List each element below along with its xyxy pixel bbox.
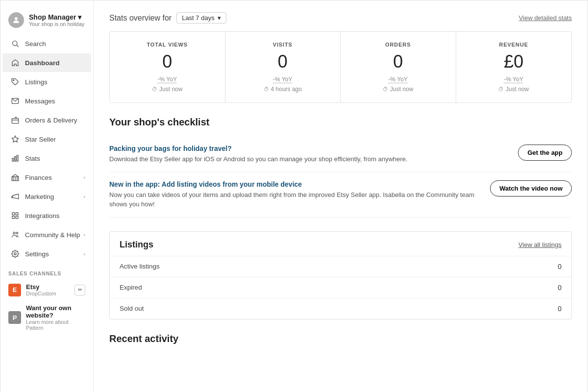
sidebar-item-integrations[interactable]: Integrations	[2, 206, 91, 225]
svg-rect-17	[16, 216, 18, 219]
stat-card-revenue: REVENUE £0 -% YoY ⏱ Just now	[456, 32, 572, 102]
sidebar-item-marketing[interactable]: Marketing ›	[2, 187, 91, 206]
checklist-title: Your shop's checklist	[109, 117, 572, 128]
svg-rect-16	[12, 216, 15, 219]
sidebar-item-listings[interactable]: Listings	[2, 73, 91, 91]
etsy-edit-button[interactable]: ✏	[74, 285, 85, 295]
svg-point-1	[13, 41, 17, 46]
tag-icon	[10, 77, 20, 87]
sidebar-item-stats[interactable]: Stats	[2, 149, 91, 168]
stat-time-revenue: ⏱ Just now	[464, 86, 564, 93]
sidebar-item-dashboard[interactable]: Dashboard	[2, 53, 91, 72]
get-app-button[interactable]: Get the app	[518, 145, 572, 161]
stat-time-orders: ⏱ Just now	[348, 86, 448, 93]
shop-manager-title: Shop Manager ▾	[29, 13, 84, 21]
listings-header: Listings View all listings	[110, 232, 571, 256]
sidebar-navigation: Search Dashboard Listings	[0, 34, 93, 263]
stat-card-visits: VISITS 0 -% YoY ⏱ 4 hours ago	[225, 32, 341, 102]
sidebar-item-messages[interactable]: Messages	[2, 92, 91, 110]
svg-rect-9	[17, 155, 18, 161]
chevron-right-icon: ›	[83, 232, 85, 238]
listing-row-expired: Expired 0	[110, 277, 571, 298]
svg-point-19	[16, 232, 18, 234]
sidebar: Shop Manager ▾ Your shop is on holiday S…	[0, 0, 94, 392]
shop-status: Your shop is on holiday	[29, 21, 84, 27]
bar-chart-icon	[10, 153, 20, 163]
pattern-channel-text: Want your own website? Learn more about …	[26, 304, 85, 331]
shop-manager-header[interactable]: Shop Manager ▾ Your shop is on holiday	[0, 8, 93, 34]
stat-time-total-views: ⏱ Just now	[118, 86, 217, 93]
listings-section: Listings View all listings Active listin…	[109, 231, 572, 319]
checklist-item-watch-video: New in the app: Add listing videos from …	[109, 172, 572, 218]
recent-activity-title: Recent activity	[109, 333, 572, 344]
clock-icon: ⏱	[383, 86, 388, 92]
checklist-item-get-app: Packing your bags for holiday travel? Do…	[109, 137, 572, 172]
pattern-channel[interactable]: P Want your own website? Learn more abou…	[0, 300, 93, 335]
listing-row-sold-out: Sold out 0	[110, 298, 571, 319]
svg-point-18	[13, 232, 15, 234]
svg-point-3	[13, 80, 14, 81]
gear-icon	[10, 249, 20, 259]
stats-grid: TOTAL VIEWS 0 -% YoY ⏱ Just now VISITS 0…	[109, 31, 572, 103]
shop-avatar	[8, 12, 24, 28]
box-icon	[10, 115, 20, 125]
star-icon	[10, 134, 20, 144]
etsy-channel-text: Etsy DropCustom	[26, 283, 74, 296]
pattern-icon: P	[8, 311, 21, 324]
view-all-listings-link[interactable]: View all listings	[518, 241, 562, 248]
stats-period-dropdown[interactable]: Last 7 days ▾	[176, 12, 226, 24]
clock-icon: ⏱	[498, 86, 504, 92]
stat-card-total-views: TOTAL VIEWS 0 -% YoY ⏱ Just now	[110, 32, 225, 102]
grid-icon	[10, 211, 20, 220]
sidebar-item-finances[interactable]: Finances ›	[2, 168, 91, 187]
stats-overview-header: Stats overview for Last 7 days ▾ View de…	[109, 12, 572, 24]
svg-rect-8	[15, 157, 16, 161]
sidebar-item-orders[interactable]: Orders & Delivery	[2, 111, 91, 129]
chevron-right-icon: ›	[83, 251, 85, 257]
listings-title: Listings	[120, 240, 153, 250]
svg-point-0	[15, 17, 18, 20]
etsy-icon: E	[8, 284, 21, 296]
svg-line-2	[17, 45, 19, 47]
listing-row-active: Active listings 0	[110, 256, 571, 277]
view-detailed-stats-link[interactable]: View detailed stats	[519, 14, 572, 22]
svg-rect-14	[12, 213, 15, 215]
svg-marker-6	[12, 136, 18, 142]
svg-rect-15	[16, 213, 18, 215]
checklist-list: Packing your bags for holiday travel? Do…	[109, 137, 572, 218]
stat-card-orders: ORDERS 0 -% YoY ⏱ Just now	[341, 32, 456, 102]
sidebar-item-search[interactable]: Search	[2, 34, 91, 53]
svg-rect-7	[12, 158, 14, 161]
chevron-right-icon: ›	[83, 194, 85, 199]
bank-icon	[10, 172, 20, 182]
chevron-right-icon: ›	[83, 174, 85, 180]
people-icon	[10, 230, 20, 240]
stats-overview-title: Stats overview for	[109, 14, 172, 23]
clock-icon: ⏱	[264, 86, 269, 92]
stat-time-visits: ⏱ 4 hours ago	[233, 86, 333, 93]
sales-channels-label: SALES CHANNELS	[0, 264, 93, 279]
clock-icon: ⏱	[152, 86, 157, 92]
main-content: Stats overview for Last 7 days ▾ View de…	[94, 0, 588, 392]
sidebar-item-star-seller[interactable]: Star Seller	[2, 130, 91, 148]
sidebar-item-community[interactable]: Community & Help ›	[2, 225, 91, 244]
etsy-channel[interactable]: E Etsy DropCustom ✏	[0, 279, 93, 300]
sidebar-item-settings[interactable]: Settings ›	[2, 245, 91, 263]
chevron-down-icon: ▾	[218, 14, 221, 22]
search-icon	[10, 39, 20, 49]
home-icon	[10, 58, 20, 68]
megaphone-icon	[10, 192, 20, 201]
svg-point-20	[14, 253, 16, 255]
envelope-icon	[10, 96, 20, 106]
svg-rect-5	[12, 119, 18, 123]
watch-video-button[interactable]: Watch the video now	[490, 180, 572, 196]
